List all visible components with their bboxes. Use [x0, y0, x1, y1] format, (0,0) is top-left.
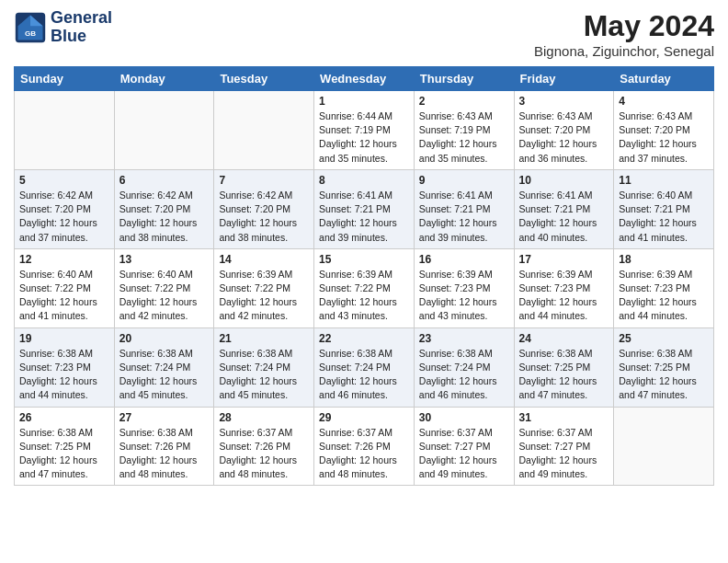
calendar-cell: 30Sunrise: 6:37 AM Sunset: 7:27 PM Dayli…: [414, 407, 514, 486]
logo-text: General Blue: [51, 9, 112, 46]
day-number: 13: [119, 253, 210, 266]
calendar-cell: 26Sunrise: 6:38 AM Sunset: 7:25 PM Dayli…: [15, 407, 115, 486]
calendar-cell: 11Sunrise: 6:40 AM Sunset: 7:21 PM Dayli…: [614, 169, 714, 248]
day-info: Sunrise: 6:38 AM Sunset: 7:25 PM Dayligh…: [619, 347, 709, 403]
calendar-cell: 18Sunrise: 6:39 AM Sunset: 7:23 PM Dayli…: [614, 248, 714, 327]
calendar-cell: 1Sunrise: 6:44 AM Sunset: 7:19 PM Daylig…: [314, 91, 415, 170]
col-header-sunday: Sunday: [15, 67, 115, 91]
week-row-2: 5Sunrise: 6:42 AM Sunset: 7:20 PM Daylig…: [15, 169, 714, 248]
day-info: Sunrise: 6:40 AM Sunset: 7:22 PM Dayligh…: [19, 268, 109, 324]
day-info: Sunrise: 6:38 AM Sunset: 7:25 PM Dayligh…: [519, 347, 609, 403]
day-info: Sunrise: 6:39 AM Sunset: 7:23 PM Dayligh…: [419, 268, 509, 324]
day-number: 27: [119, 411, 210, 424]
day-info: Sunrise: 6:41 AM Sunset: 7:21 PM Dayligh…: [419, 189, 509, 245]
day-info: Sunrise: 6:38 AM Sunset: 7:24 PM Dayligh…: [419, 347, 509, 403]
calendar-cell: 6Sunrise: 6:42 AM Sunset: 7:20 PM Daylig…: [114, 169, 214, 248]
col-header-saturday: Saturday: [614, 67, 714, 91]
calendar-cell: 15Sunrise: 6:39 AM Sunset: 7:22 PM Dayli…: [314, 248, 415, 327]
calendar-cell: 27Sunrise: 6:38 AM Sunset: 7:26 PM Dayli…: [114, 407, 214, 486]
col-header-monday: Monday: [114, 67, 214, 91]
day-info: Sunrise: 6:38 AM Sunset: 7:23 PM Dayligh…: [19, 347, 109, 403]
calendar-cell: [114, 91, 214, 170]
day-info: Sunrise: 6:41 AM Sunset: 7:21 PM Dayligh…: [319, 189, 409, 245]
day-number: 23: [419, 332, 509, 345]
calendar-cell: 4Sunrise: 6:43 AM Sunset: 7:20 PM Daylig…: [614, 91, 714, 170]
week-row-4: 19Sunrise: 6:38 AM Sunset: 7:23 PM Dayli…: [15, 327, 714, 407]
col-header-friday: Friday: [514, 67, 614, 91]
day-number: 26: [19, 411, 109, 424]
day-info: Sunrise: 6:37 AM Sunset: 7:27 PM Dayligh…: [519, 426, 609, 482]
day-number: 30: [419, 411, 509, 424]
day-info: Sunrise: 6:40 AM Sunset: 7:21 PM Dayligh…: [619, 189, 709, 245]
day-info: Sunrise: 6:43 AM Sunset: 7:19 PM Dayligh…: [419, 109, 509, 166]
calendar-cell: [614, 407, 714, 486]
day-info: Sunrise: 6:42 AM Sunset: 7:20 PM Dayligh…: [19, 189, 109, 245]
day-info: Sunrise: 6:41 AM Sunset: 7:21 PM Dayligh…: [519, 189, 609, 245]
day-number: 5: [19, 174, 109, 187]
day-number: 16: [419, 253, 509, 266]
day-number: 18: [619, 253, 709, 266]
day-number: 2: [419, 95, 509, 108]
day-info: Sunrise: 6:38 AM Sunset: 7:24 PM Dayligh…: [119, 347, 210, 403]
day-number: 11: [619, 174, 709, 187]
day-number: 12: [19, 253, 109, 266]
calendar-cell: 13Sunrise: 6:40 AM Sunset: 7:22 PM Dayli…: [114, 248, 214, 327]
day-number: 25: [619, 332, 709, 345]
calendar-cell: 9Sunrise: 6:41 AM Sunset: 7:21 PM Daylig…: [414, 169, 514, 248]
location-title: Bignona, Ziguinchor, Senegal: [534, 43, 714, 59]
day-info: Sunrise: 6:43 AM Sunset: 7:20 PM Dayligh…: [519, 109, 609, 166]
day-number: 7: [219, 174, 309, 187]
day-info: Sunrise: 6:40 AM Sunset: 7:22 PM Dayligh…: [119, 268, 210, 324]
logo: GB General Blue: [14, 9, 112, 46]
calendar-table: SundayMondayTuesdayWednesdayThursdayFrid…: [14, 66, 714, 486]
week-row-5: 26Sunrise: 6:38 AM Sunset: 7:25 PM Dayli…: [15, 407, 714, 486]
day-info: Sunrise: 6:42 AM Sunset: 7:20 PM Dayligh…: [119, 189, 210, 245]
calendar-cell: 17Sunrise: 6:39 AM Sunset: 7:23 PM Dayli…: [514, 248, 614, 327]
logo-icon: GB: [14, 11, 47, 44]
day-info: Sunrise: 6:38 AM Sunset: 7:24 PM Dayligh…: [219, 347, 309, 403]
calendar-cell: 2Sunrise: 6:43 AM Sunset: 7:19 PM Daylig…: [414, 91, 514, 170]
calendar-cell: 20Sunrise: 6:38 AM Sunset: 7:24 PM Dayli…: [114, 327, 214, 407]
calendar-cell: 28Sunrise: 6:37 AM Sunset: 7:26 PM Dayli…: [214, 407, 314, 486]
calendar-cell: 24Sunrise: 6:38 AM Sunset: 7:25 PM Dayli…: [514, 327, 614, 407]
day-number: 22: [319, 332, 409, 345]
calendar-cell: 14Sunrise: 6:39 AM Sunset: 7:22 PM Dayli…: [214, 248, 314, 327]
day-info: Sunrise: 6:39 AM Sunset: 7:22 PM Dayligh…: [219, 268, 309, 324]
header-row: SundayMondayTuesdayWednesdayThursdayFrid…: [15, 67, 714, 91]
day-info: Sunrise: 6:43 AM Sunset: 7:20 PM Dayligh…: [619, 109, 709, 166]
calendar-cell: 23Sunrise: 6:38 AM Sunset: 7:24 PM Dayli…: [414, 327, 514, 407]
day-info: Sunrise: 6:37 AM Sunset: 7:26 PM Dayligh…: [319, 426, 409, 482]
day-info: Sunrise: 6:38 AM Sunset: 7:26 PM Dayligh…: [119, 426, 210, 482]
calendar-cell: 12Sunrise: 6:40 AM Sunset: 7:22 PM Dayli…: [15, 248, 115, 327]
day-info: Sunrise: 6:37 AM Sunset: 7:27 PM Dayligh…: [419, 426, 509, 482]
day-info: Sunrise: 6:39 AM Sunset: 7:22 PM Dayligh…: [319, 268, 409, 324]
col-header-thursday: Thursday: [414, 67, 514, 91]
day-number: 28: [219, 411, 309, 424]
calendar-cell: 21Sunrise: 6:38 AM Sunset: 7:24 PM Dayli…: [214, 327, 314, 407]
day-number: 8: [319, 174, 409, 187]
calendar-cell: 8Sunrise: 6:41 AM Sunset: 7:21 PM Daylig…: [314, 169, 415, 248]
col-header-tuesday: Tuesday: [214, 67, 314, 91]
calendar-cell: 3Sunrise: 6:43 AM Sunset: 7:20 PM Daylig…: [514, 91, 614, 170]
calendar-cell: 5Sunrise: 6:42 AM Sunset: 7:20 PM Daylig…: [15, 169, 115, 248]
day-info: Sunrise: 6:38 AM Sunset: 7:24 PM Dayligh…: [319, 347, 409, 403]
day-number: 29: [319, 411, 409, 424]
day-number: 19: [19, 332, 109, 345]
day-info: Sunrise: 6:42 AM Sunset: 7:20 PM Dayligh…: [219, 189, 309, 245]
day-number: 17: [519, 253, 609, 266]
day-number: 21: [219, 332, 309, 345]
calendar-cell: 31Sunrise: 6:37 AM Sunset: 7:27 PM Dayli…: [514, 407, 614, 486]
day-number: 4: [619, 95, 709, 108]
week-row-3: 12Sunrise: 6:40 AM Sunset: 7:22 PM Dayli…: [15, 248, 714, 327]
calendar-cell: 19Sunrise: 6:38 AM Sunset: 7:23 PM Dayli…: [15, 327, 115, 407]
day-number: 6: [119, 174, 210, 187]
calendar-cell: 7Sunrise: 6:42 AM Sunset: 7:20 PM Daylig…: [214, 169, 314, 248]
day-info: Sunrise: 6:44 AM Sunset: 7:19 PM Dayligh…: [319, 109, 409, 166]
calendar-cell: [214, 91, 314, 170]
calendar-cell: 29Sunrise: 6:37 AM Sunset: 7:26 PM Dayli…: [314, 407, 415, 486]
day-info: Sunrise: 6:39 AM Sunset: 7:23 PM Dayligh…: [619, 268, 709, 324]
day-number: 14: [219, 253, 309, 266]
calendar-cell: 22Sunrise: 6:38 AM Sunset: 7:24 PM Dayli…: [314, 327, 415, 407]
day-info: Sunrise: 6:37 AM Sunset: 7:26 PM Dayligh…: [219, 426, 309, 482]
day-number: 9: [419, 174, 509, 187]
